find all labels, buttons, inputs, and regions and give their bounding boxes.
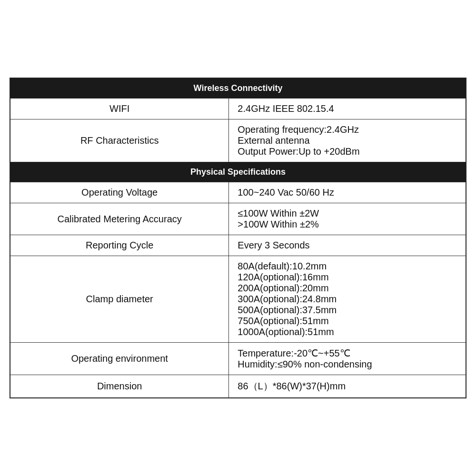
value-line: >100W Within ±2%: [238, 219, 457, 230]
table-row: Calibrated Metering Accuracy≤100W Within…: [10, 203, 466, 235]
spec-table: Wireless ConnectivityWIFI2.4GHz IEEE 802…: [10, 78, 466, 398]
row-value: 80A(default):10.2mm120A(optional):16mm20…: [229, 256, 466, 343]
table-row: Operating Voltage100~240 Vac 50/60 Hz: [10, 182, 466, 203]
value-line: 1000A(optional):51mm: [238, 327, 457, 337]
table-row: Operating environmentTemperature:-20℃~+5…: [10, 343, 466, 375]
value-line: 100~240 Vac 50/60 Hz: [238, 187, 457, 198]
table-row: WIFI2.4GHz IEEE 802.15.4: [10, 99, 466, 119]
value-line: 80A(default):10.2mm: [238, 261, 457, 272]
row-label: WIFI: [10, 99, 229, 119]
row-label: Clamp diameter: [10, 256, 229, 343]
table-row: RF CharacteristicsOperating frequency:2.…: [10, 119, 466, 162]
section-header-row: Physical Specifications: [10, 162, 466, 182]
value-line: Humidity:≤90% non-condensing: [238, 359, 457, 370]
value-line: 300A(optional):24.8mm: [238, 294, 457, 305]
value-line: Output Power:Up to +20dBm: [238, 146, 457, 157]
row-value: Every 3 Seconds: [229, 235, 466, 256]
value-line: 120A(optional):16mm: [238, 272, 457, 283]
value-line: Operating frequency:2.4GHz: [238, 124, 457, 135]
section-header-label: Physical Specifications: [10, 162, 466, 182]
value-line: ≤100W Within ±2W: [238, 208, 457, 219]
table-row: Reporting CycleEvery 3 Seconds: [10, 235, 466, 256]
value-line: External antenna: [238, 135, 457, 146]
row-label: Dimension: [10, 375, 229, 398]
value-line: Every 3 Seconds: [238, 240, 457, 251]
row-label: RF Characteristics: [10, 119, 229, 162]
value-line: 500A(optional):37.5mm: [238, 305, 457, 316]
value-line: 200A(optional):20mm: [238, 283, 457, 294]
row-label: Calibrated Metering Accuracy: [10, 203, 229, 235]
row-label: Reporting Cycle: [10, 235, 229, 256]
section-header-label: Wireless Connectivity: [10, 78, 466, 99]
table-row: Dimension86（L）*86(W)*37(H)mm: [10, 375, 466, 398]
table-row: Clamp diameter80A(default):10.2mm120A(op…: [10, 256, 466, 343]
value-line: Temperature:-20℃~+55℃: [238, 347, 457, 359]
value-line: 2.4GHz IEEE 802.15.4: [238, 103, 457, 114]
row-label: Operating environment: [10, 343, 229, 375]
value-line: 86（L）*86(W)*37(H)mm: [238, 380, 457, 393]
row-value: 100~240 Vac 50/60 Hz: [229, 182, 466, 203]
row-value: ≤100W Within ±2W >100W Within ±2%: [229, 203, 466, 235]
row-value: 86（L）*86(W)*37(H)mm: [229, 375, 466, 398]
row-value: Operating frequency:2.4GHzExternal anten…: [229, 119, 466, 162]
row-label: Operating Voltage: [10, 182, 229, 203]
row-value: Temperature:-20℃~+55℃Humidity:≤90% non-c…: [229, 343, 466, 375]
value-line: 750A(optional):51mm: [238, 316, 457, 327]
section-header-row: Wireless Connectivity: [10, 78, 466, 99]
row-value: 2.4GHz IEEE 802.15.4: [229, 99, 466, 119]
